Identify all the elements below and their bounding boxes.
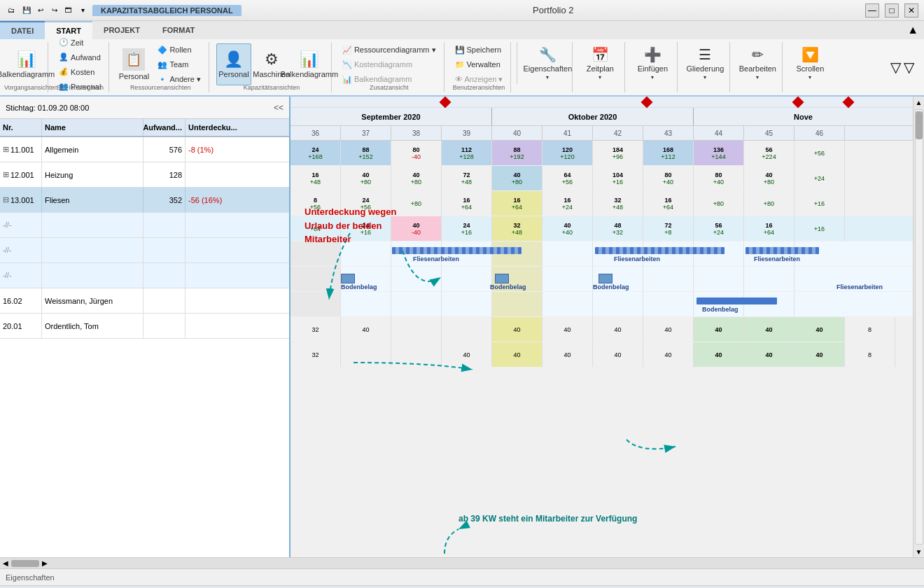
left-panel: Stichtag: 01.09.20 08:00 << Nr. Name Auf… bbox=[0, 97, 290, 557]
filter-icon[interactable]: ▽ bbox=[890, 59, 901, 76]
row-name-3 bbox=[42, 213, 144, 237]
table-row-weissmann: 16.02 Weissmann, Jürgen bbox=[0, 288, 289, 314]
expand-icon-1[interactable]: ⊞ bbox=[3, 170, 9, 179]
gantt-w-47: 8 bbox=[845, 317, 895, 342]
hscroll-thumb[interactable] bbox=[11, 560, 39, 567]
stichtag-nav[interactable]: << bbox=[274, 103, 284, 113]
gantt-r3-38: +80 bbox=[391, 191, 442, 216]
btn-rollen[interactable]: 🔷 Rollen bbox=[154, 43, 204, 57]
expand-icon-0[interactable]: ⊞ bbox=[3, 145, 9, 154]
gantt-bar-row-1: Fliesenarbeiten Fliesenarbeiten Fliesena… bbox=[290, 241, 913, 267]
vertical-scrollbar[interactable]: ▲ ▼ bbox=[913, 97, 924, 557]
stichtag-bar: Stichtag: 01.09.20 08:00 << bbox=[0, 97, 289, 119]
undo-icon[interactable]: ↩ bbox=[35, 5, 46, 16]
btn-zeit[interactable]: 🕐 Zeit bbox=[55, 36, 104, 49]
gantt-row-weissmann: 32 40 40 40 40 40 40 40 40 8 bbox=[290, 317, 913, 342]
hscroll-right-btn[interactable]: ▶ bbox=[42, 559, 48, 567]
gantt-row-1: 24 +168 88 +152 80 -40 112 +128 88 +192 bbox=[290, 141, 913, 166]
btn-speichern[interactable]: 💾 Speichern bbox=[451, 43, 507, 57]
btn-zeitplan[interactable]: 📅 Zeitplan ▾ bbox=[580, 42, 620, 84]
row-aufwand-3 bbox=[144, 213, 186, 237]
gantt-w-36: 32 bbox=[290, 317, 341, 342]
soll-ist-buttons: 🕐 Zeit 👤 Aufwand 💰 Kosten 👥 Personal bbox=[55, 42, 104, 87]
kostendiagramm-icon: 📉 bbox=[342, 60, 352, 69]
btn-ressourcendiagramm[interactable]: 📈 Ressourcendiagramm ▾ bbox=[339, 43, 440, 57]
tab-datei[interactable]: DATEI bbox=[0, 21, 45, 39]
speichern-icon: 💾 bbox=[455, 46, 465, 55]
gantt-w-41: 40 bbox=[542, 317, 593, 342]
col-header-aufwand: Aufwand... bbox=[144, 119, 186, 136]
dropdown-icon[interactable]: ▾ bbox=[77, 5, 88, 16]
save-icon[interactable]: 💾 bbox=[21, 5, 32, 16]
hscroll-left-btn[interactable]: ◀ bbox=[3, 559, 8, 567]
gantt-r3-43: 16 +64 bbox=[643, 191, 694, 216]
window-title: Portfolio 2 bbox=[533, 5, 574, 15]
vscroll-up-btn[interactable]: ▲ bbox=[913, 97, 925, 108]
row-name-6: Weissmann, Jürgen bbox=[42, 288, 144, 313]
balkendiagramm-button[interactable]: 📊 Balkendiagramm bbox=[8, 43, 43, 85]
filter-area: ▽ ▽ bbox=[890, 42, 920, 92]
ressourcendiagramm-dropdown: ▾ bbox=[432, 46, 436, 55]
tab-format[interactable]: FORMAT bbox=[151, 21, 206, 39]
btn-verwalten[interactable]: 📁 Verwalten bbox=[451, 58, 507, 71]
gantt-r2-38: 40 +80 bbox=[391, 166, 442, 190]
gantt-r4-38: 40 -40 bbox=[391, 216, 442, 241]
gantt-r2-44: 80 +40 bbox=[694, 166, 744, 190]
table-row-sub-1: -//- bbox=[0, 213, 289, 238]
kapaz-personal-icon: 👤 bbox=[224, 50, 243, 69]
gantt-r3-40: 16 +64 bbox=[492, 191, 542, 216]
personal-res-button[interactable]: 📋 Personal bbox=[116, 43, 151, 85]
gantt-cell-r1-42: 184 +96 bbox=[593, 141, 643, 165]
vscroll-thumb[interactable] bbox=[916, 111, 923, 139]
expand-icon-2[interactable]: ⊟ bbox=[3, 195, 9, 204]
eigenschaften-icon: 🔧 bbox=[539, 46, 556, 63]
btn-team[interactable]: 👥 Team bbox=[154, 58, 204, 71]
btn-kapaz-balken[interactable]: 📊 Balkendiagramm bbox=[292, 43, 327, 85]
maximize-button[interactable]: □ bbox=[885, 4, 899, 18]
vscroll-track[interactable] bbox=[915, 109, 923, 545]
label-bodenbelag-3: Bodenbelag bbox=[593, 284, 629, 290]
table-row-sub-3: -//- bbox=[0, 263, 289, 288]
gantt-r4-42: 48 +32 bbox=[593, 216, 643, 241]
month-sep: September 2020 bbox=[290, 108, 492, 125]
diamond-1 bbox=[440, 97, 451, 108]
window-icon[interactable]: 🗔 bbox=[63, 5, 74, 16]
horizontal-scrollbar[interactable]: ◀ ▶ bbox=[0, 557, 924, 568]
einfuegen-icon: ➕ bbox=[644, 46, 662, 63]
btn-kapaz-personal[interactable]: 👤 Personal bbox=[216, 43, 251, 85]
diamond-row bbox=[290, 97, 913, 108]
row-nr-3: -//- bbox=[0, 213, 42, 237]
btn-kosten[interactable]: 💰 Kosten bbox=[55, 65, 104, 78]
row-name-2: Fliesen bbox=[42, 188, 144, 212]
gantt-w-46: 40 bbox=[794, 317, 845, 342]
gantt-cell-r1-37: 88 +152 bbox=[341, 141, 391, 165]
gantt-r2-36: 16 +48 bbox=[290, 166, 341, 190]
btn-bearbeiten[interactable]: ✏ Bearbeiten ▾ bbox=[737, 42, 778, 84]
btn-aufwand[interactable]: 👤 Aufwand bbox=[55, 50, 104, 64]
row-name-7: Ordentlich, Tom bbox=[42, 314, 144, 338]
btn-kostendiagramm[interactable]: 📉 Kostendiagramm bbox=[339, 58, 440, 71]
bearbeiten-dropdown: ▾ bbox=[756, 74, 759, 80]
gantt-o-42: 40 bbox=[593, 342, 643, 367]
minimize-button[interactable]: — bbox=[865, 4, 879, 18]
btn-maschinen[interactable]: ⚙ Maschinen bbox=[254, 43, 289, 85]
close-button[interactable]: ✕ bbox=[904, 4, 918, 18]
filter2-icon[interactable]: ▽ bbox=[904, 59, 914, 76]
gantt-w-45: 40 bbox=[744, 317, 794, 342]
anzeigen-dropdown: ▾ bbox=[498, 75, 503, 84]
ribbon-collapse-icon[interactable]: ▲ bbox=[902, 21, 924, 39]
row-name-1: Heizung bbox=[42, 162, 144, 187]
btn-scrollen[interactable]: 🔽 Scrollen ▾ bbox=[790, 42, 830, 84]
week-43: 43 bbox=[643, 126, 694, 140]
vscroll-down-btn[interactable]: ▼ bbox=[913, 546, 925, 557]
btn-eigenschaften[interactable]: 🔧 Eigenschaften ▾ bbox=[527, 42, 568, 84]
btn-einfuegen[interactable]: ➕ Einfügen ▾ bbox=[632, 42, 673, 84]
gantt-o-38 bbox=[391, 342, 442, 367]
gliederung-icon: ☰ bbox=[699, 46, 711, 63]
gantt-row-2: 16 +48 40 +80 40 +80 72 +48 40 +80 64 +5… bbox=[290, 166, 913, 191]
gantt-cell-r1-41: 120 +120 bbox=[542, 141, 593, 165]
gantt-o-47: 8 bbox=[845, 342, 895, 367]
bar-fliesenarbeiten-3 bbox=[746, 247, 819, 254]
btn-gliederung[interactable]: ☰ Gliederung ▾ bbox=[685, 42, 725, 84]
redo-icon[interactable]: ↪ bbox=[49, 5, 60, 16]
